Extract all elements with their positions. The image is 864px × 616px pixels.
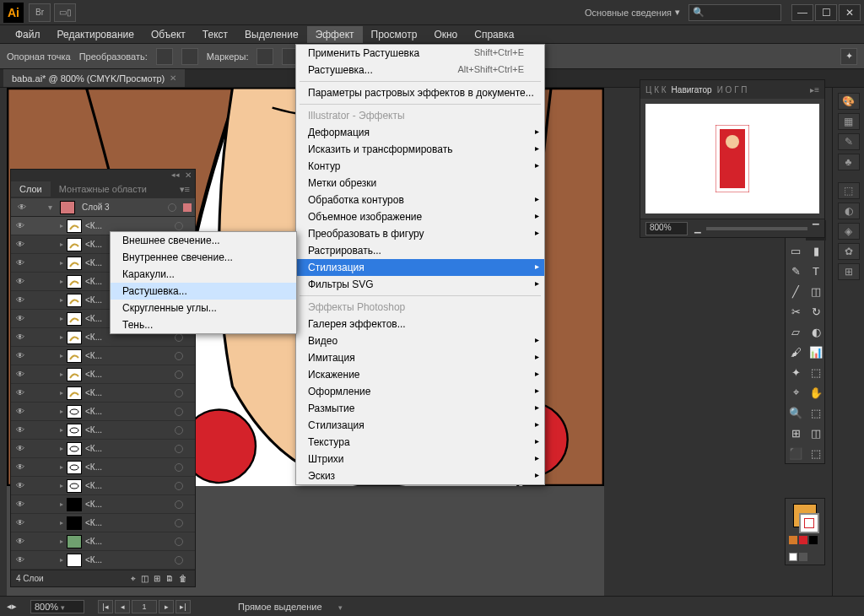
panel-icon-swatches[interactable]: ▦ [838, 113, 860, 130]
panel-icon-symbols[interactable]: ♣ [838, 154, 860, 170]
menu-item[interactable]: Растрировать... [296, 242, 544, 259]
bridge-button[interactable]: Br [29, 3, 51, 22]
zoom-slider[interactable] [706, 227, 807, 230]
tab-layers[interactable]: Слои [11, 181, 51, 197]
visibility-icon[interactable]: 👁 [13, 555, 28, 565]
panel-icon-brushes[interactable]: ✎ [838, 133, 860, 150]
zoom-out-icon[interactable]: ▁ [694, 224, 701, 233]
panel-menu-icon[interactable]: ▸≡ [810, 85, 819, 95]
tool-3[interactable]: ▮ [806, 240, 826, 261]
visibility-icon[interactable]: 👁 [13, 370, 28, 379]
visibility-icon[interactable]: 👁 [13, 351, 28, 360]
new-layer-icon[interactable]: 🗎 [165, 574, 174, 583]
target-icon[interactable] [175, 556, 183, 565]
align-icon[interactable]: ✦ [840, 48, 857, 65]
target-icon[interactable] [175, 333, 183, 342]
target-icon[interactable] [175, 352, 183, 360]
menu-item[interactable]: Растушевка... [111, 283, 296, 300]
visibility-icon[interactable]: 👁 [13, 277, 28, 286]
panel-icon-graphic-styles[interactable]: ⊞ [838, 263, 860, 280]
target-icon[interactable] [175, 389, 183, 397]
tool-13[interactable]: 📊 [806, 342, 826, 362]
visibility-icon[interactable]: 👁 [13, 481, 28, 490]
target-icon[interactable] [175, 463, 183, 472]
collapse-icon[interactable]: ◂◂ [171, 170, 180, 179]
target-icon[interactable] [175, 370, 183, 379]
menu-item[interactable]: Текстура [296, 434, 544, 451]
swatch-3[interactable] [809, 536, 818, 544]
menu-item[interactable]: Метки обрезки [296, 175, 544, 192]
target-icon[interactable] [175, 222, 183, 230]
menu-item[interactable]: Имитация [296, 349, 544, 366]
tool-10[interactable]: ▱ [786, 322, 806, 342]
visibility-icon[interactable]: 👁 [13, 314, 28, 323]
layer-row[interactable]: 👁 ▸ <К... [11, 421, 195, 440]
status-arrow-left[interactable]: ◂▸ [7, 601, 17, 612]
zoom-field[interactable]: 800% [30, 600, 84, 613]
menu-справка[interactable]: Справка [466, 26, 522, 43]
mode-full[interactable] [799, 553, 807, 561]
menu-текст[interactable]: Текст [194, 26, 236, 43]
tool-5[interactable]: T [806, 261, 826, 281]
navigator-zoom-value[interactable]: 800% [645, 222, 688, 235]
fill-swatch[interactable] [793, 504, 817, 527]
visibility-icon[interactable]: 👁 [13, 462, 28, 472]
target-icon[interactable] [175, 500, 183, 509]
tool-18[interactable]: 🔍 [786, 403, 806, 423]
layer-row[interactable]: 👁 ▸ <К... [11, 365, 195, 384]
layer-row[interactable]: 👁 ▸ <К... [11, 347, 195, 365]
target-icon[interactable] [175, 408, 183, 416]
tool-20[interactable]: ⊞ [786, 423, 806, 443]
tool-4[interactable]: ✎ [786, 261, 806, 281]
visibility-icon[interactable]: 👁 [13, 295, 28, 305]
target-icon[interactable] [175, 482, 183, 490]
target-icon[interactable] [175, 538, 183, 546]
menu-item[interactable]: Исказить и трансформировать [296, 141, 544, 158]
marker-icon-1[interactable] [256, 48, 273, 65]
tool-19[interactable]: ⬚ [806, 403, 826, 423]
page-number[interactable]: 1 [132, 600, 157, 613]
tool-2[interactable]: ▭ [786, 240, 806, 261]
panel-icon-transparency[interactable]: ◈ [838, 223, 860, 240]
first-page[interactable]: |◂ [98, 600, 113, 613]
menu-item[interactable]: Фильтры SVG [296, 276, 544, 293]
menu-item[interactable]: Внешнее свечение... [111, 232, 296, 249]
layer-row[interactable]: 👁 ▸ <К... [11, 514, 195, 532]
tool-17[interactable]: ✋ [806, 382, 826, 403]
layer-row-top[interactable]: 👁 ▾ Слой 3 [11, 198, 195, 217]
visibility-icon[interactable]: 👁 [13, 425, 28, 435]
workspace-switcher[interactable]: Основные сведения▾ [585, 7, 680, 18]
layer-name[interactable]: Слой 3 [82, 203, 165, 212]
visibility-icon[interactable]: 👁 [13, 258, 28, 267]
menu-файл[interactable]: Файл [7, 26, 49, 43]
menu-эффект[interactable]: Эффект [307, 26, 363, 43]
visibility-icon[interactable]: 👁 [13, 240, 28, 249]
tool-14[interactable]: ✦ [786, 362, 806, 382]
menu-item[interactable]: Тень... [111, 316, 296, 333]
search-field[interactable]: 🔍 [688, 4, 781, 21]
layer-row[interactable]: 👁 ▸ <К... [11, 458, 195, 477]
layer-row[interactable]: 👁 ▸ <К... [11, 384, 195, 403]
delete-icon[interactable]: 🗑 [179, 574, 187, 583]
visibility-icon[interactable]: 👁 [13, 537, 28, 546]
panel-icon-appearance[interactable]: ✿ [838, 243, 860, 260]
menu-item[interactable]: Размытие [296, 400, 544, 417]
menu-item[interactable]: Объемное изображение [296, 208, 544, 225]
nav-tab-group-left[interactable]: Ц К К [645, 85, 667, 95]
convert-corner-icon[interactable] [156, 48, 173, 65]
tool-6[interactable]: ╱ [786, 281, 806, 301]
last-page[interactable]: ▸| [176, 600, 191, 613]
mode-normal[interactable] [789, 553, 797, 561]
next-page[interactable]: ▸ [159, 600, 174, 613]
visibility-icon[interactable]: 👁 [14, 203, 30, 212]
visibility-icon[interactable]: 👁 [13, 332, 28, 342]
tool-8[interactable]: ✂ [786, 301, 806, 322]
panel-icon-stroke[interactable]: ⬚ [838, 182, 860, 199]
menu-item[interactable]: Преобразовать в фигуру [296, 225, 544, 242]
tool-11[interactable]: ◐ [806, 322, 826, 342]
visibility-icon[interactable]: 👁 [13, 518, 28, 527]
menu-item[interactable]: Видео [296, 332, 544, 349]
menu-item[interactable]: Искажение [296, 366, 544, 383]
menu-item[interactable]: Оформление [296, 383, 544, 400]
minimize-button[interactable]: — [791, 4, 813, 21]
